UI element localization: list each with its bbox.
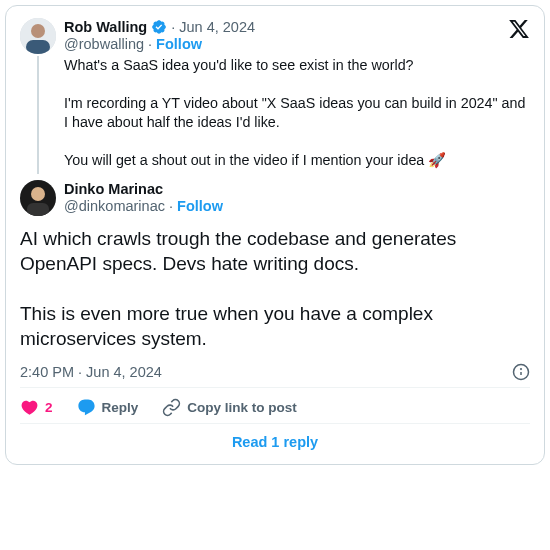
author-handle[interactable]: @dinkomarinac bbox=[64, 198, 165, 214]
avatar-column bbox=[20, 18, 56, 170]
follow-link[interactable]: Follow bbox=[156, 36, 202, 52]
reply-header-row: Dinko Marinac @dinkomarinac · Follow bbox=[20, 180, 530, 216]
svg-point-1 bbox=[31, 24, 45, 38]
like-count: 2 bbox=[45, 400, 53, 415]
quoted-handle-row: @robwalling · Follow bbox=[64, 36, 530, 52]
tweet-text: AI which crawls trough the codebase and … bbox=[20, 226, 530, 351]
author-name[interactable]: Rob Walling bbox=[64, 18, 147, 36]
timestamp[interactable]: 2:40 PM · Jun 4, 2024 bbox=[20, 364, 162, 380]
svg-point-4 bbox=[31, 187, 45, 201]
author-name[interactable]: Dinko Marinac bbox=[64, 180, 163, 198]
quoted-text: What's a SaaS idea you'd like to see exi… bbox=[64, 56, 530, 170]
quoted-date[interactable]: Jun 4, 2024 bbox=[179, 18, 255, 36]
svg-rect-5 bbox=[27, 203, 49, 216]
timestamp-row: 2:40 PM · Jun 4, 2024 bbox=[20, 363, 530, 381]
like-button[interactable]: 2 bbox=[20, 398, 53, 417]
separator: · bbox=[171, 18, 175, 36]
follow-link[interactable]: Follow bbox=[177, 198, 223, 214]
quoted-header: Rob Walling · Jun 4, 2024 bbox=[64, 18, 530, 36]
reply-button[interactable]: Reply bbox=[77, 398, 139, 417]
action-bar: 2 Reply Copy link to post bbox=[20, 387, 530, 423]
copy-link-button[interactable]: Copy link to post bbox=[162, 398, 297, 417]
thread-connector bbox=[37, 56, 39, 174]
read-replies-link[interactable]: Read 1 reply bbox=[20, 423, 530, 460]
author-handle[interactable]: @robwalling bbox=[64, 36, 144, 52]
verified-badge-icon bbox=[151, 19, 167, 35]
reply-label: Reply bbox=[102, 400, 139, 415]
svg-point-8 bbox=[521, 369, 522, 370]
reply-icon bbox=[77, 398, 96, 417]
svg-rect-2 bbox=[26, 40, 50, 54]
avatar[interactable] bbox=[20, 180, 56, 216]
x-logo-icon[interactable] bbox=[508, 18, 530, 40]
copy-link-label: Copy link to post bbox=[187, 400, 297, 415]
quoted-tweet: Rob Walling · Jun 4, 2024 @robwalling · … bbox=[20, 18, 530, 170]
info-icon[interactable] bbox=[512, 363, 530, 381]
avatar[interactable] bbox=[20, 18, 56, 54]
heart-icon bbox=[20, 398, 39, 417]
link-icon bbox=[162, 398, 181, 417]
tweet-card: Rob Walling · Jun 4, 2024 @robwalling · … bbox=[5, 5, 545, 465]
